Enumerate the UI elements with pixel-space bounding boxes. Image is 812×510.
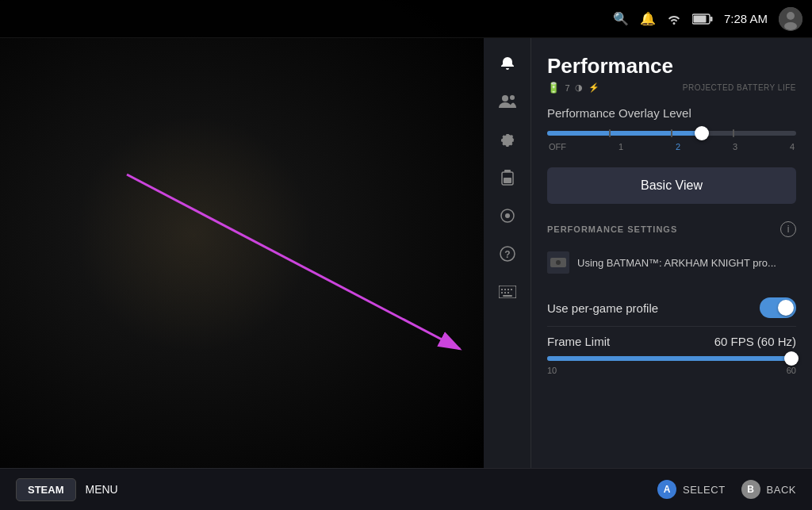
svg-rect-20 <box>508 289 509 290</box>
svg-point-6 <box>787 12 795 20</box>
frame-limit-row: Frame Limit 60 FPS (60 Hz) <box>547 335 796 348</box>
per-game-profile-label: Use per-game profile <box>547 301 658 315</box>
wifi-icon <box>667 13 681 25</box>
svg-rect-23 <box>504 292 506 293</box>
frame-slider-fill <box>547 356 791 361</box>
svg-point-8 <box>502 95 508 102</box>
tick-1: 1 <box>619 142 623 151</box>
svg-rect-24 <box>508 292 509 293</box>
sidebar-item-help[interactable]: ? <box>490 236 525 271</box>
battery-numbers: 7 <box>565 83 571 93</box>
frame-slider-labels: 10 60 <box>547 366 796 375</box>
svg-rect-4 <box>710 17 712 21</box>
basic-view-button[interactable]: Basic View <box>547 167 796 204</box>
tick-2: 2 <box>676 142 680 151</box>
svg-point-9 <box>510 95 515 100</box>
overlay-slider-labels: OFF 1 2 3 4 <box>547 142 796 151</box>
frame-slider-thumb[interactable] <box>784 351 799 366</box>
sidebar: ? <box>484 38 531 468</box>
bottom-actions: A SELECT B BACK <box>657 480 796 499</box>
svg-rect-21 <box>511 289 512 290</box>
performance-panel: Performance 🔋 7 ◑ ⚡ PROJECTED BATTERY LI… <box>531 38 812 468</box>
frame-limit-value: 60 FPS (60 Hz) <box>714 335 796 348</box>
svg-point-28 <box>556 260 561 265</box>
sidebar-item-keyboard[interactable] <box>490 274 525 309</box>
select-key: A <box>657 480 676 499</box>
svg-text:?: ? <box>504 249 510 260</box>
select-label: SELECT <box>683 484 726 496</box>
battery-label: PROJECTED BATTERY LIFE <box>683 83 796 92</box>
frame-limit-label: Frame Limit <box>547 335 610 348</box>
overlay-slider-track[interactable] <box>547 131 796 136</box>
back-key: B <box>741 480 760 499</box>
panel-title: Performance <box>547 54 796 79</box>
frame-slider-container: 10 60 <box>547 356 796 375</box>
svg-point-7 <box>784 22 797 30</box>
overlay-slider-thumb[interactable] <box>695 126 709 140</box>
battery-icons: 🔋 7 ◑ ⚡ <box>547 82 599 94</box>
svg-point-14 <box>505 213 510 218</box>
back-action[interactable]: B BACK <box>741 480 796 499</box>
search-icon[interactable]: 🔍 <box>613 11 629 26</box>
avatar[interactable] <box>779 7 802 31</box>
tick-off: OFF <box>549 142 566 151</box>
perf-settings-title: PERFORMANCE SETTINGS <box>547 224 677 234</box>
game-thumbnail <box>547 251 569 274</box>
sidebar-item-notifications[interactable] <box>490 46 525 81</box>
game-name: Using BATMAN™: ARKHAM KNIGHT pro... <box>577 257 796 269</box>
menu-label: MENU <box>86 483 118 496</box>
steam-logo-text: STEAM <box>28 484 64 496</box>
sidebar-item-friends[interactable] <box>490 84 525 119</box>
svg-rect-11 <box>504 170 511 172</box>
overlay-slider-container: OFF 1 2 3 4 <box>547 131 796 151</box>
sidebar-item-music[interactable] <box>490 198 525 233</box>
frame-slider-track[interactable] <box>547 356 796 361</box>
game-profile-row: Using BATMAN™: ARKHAM KNIGHT pro... <box>547 247 796 278</box>
tick-3: 3 <box>733 142 737 151</box>
svg-rect-22 <box>501 292 503 293</box>
sidebar-item-battery[interactable] <box>490 160 525 195</box>
sidebar-item-settings[interactable] <box>490 122 525 157</box>
overlay-slider-fill <box>547 131 702 136</box>
status-bar: 🔍 🔔 7:28 AM <box>0 0 812 38</box>
notification-icon[interactable]: 🔔 <box>640 11 656 26</box>
svg-rect-25 <box>503 295 512 297</box>
battery-status-icon <box>692 13 713 25</box>
game-background <box>0 0 484 468</box>
svg-rect-12 <box>504 178 511 183</box>
overlay-level-label: Performance Overlay Level <box>547 106 796 120</box>
frame-min: 10 <box>547 366 557 375</box>
toggle-knob <box>778 300 794 316</box>
per-game-profile-row: Use per-game profile <box>547 290 796 327</box>
svg-rect-18 <box>501 289 503 290</box>
per-game-profile-toggle[interactable] <box>760 297 796 318</box>
svg-rect-3 <box>693 15 706 22</box>
clock: 7:28 AM <box>724 12 768 25</box>
back-label: BACK <box>767 484 796 496</box>
info-icon[interactable]: i <box>780 221 796 237</box>
tick-4: 4 <box>790 142 795 151</box>
select-action[interactable]: A SELECT <box>657 480 726 499</box>
steam-button[interactable]: STEAM <box>16 478 76 501</box>
bottom-bar: STEAM MENU A SELECT B BACK <box>0 468 812 510</box>
perf-settings-header: PERFORMANCE SETTINGS i <box>547 221 796 237</box>
frame-max: 60 <box>787 366 796 375</box>
battery-icon-1: 🔋 <box>547 82 561 94</box>
svg-rect-19 <box>504 289 506 290</box>
battery-info-row: 🔋 7 ◑ ⚡ PROJECTED BATTERY LIFE <box>547 82 796 94</box>
